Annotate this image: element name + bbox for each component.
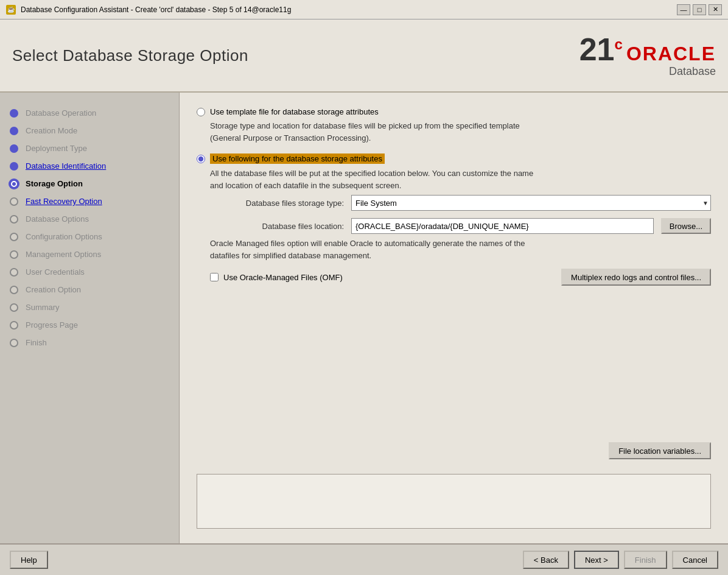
sidebar-dot-deployment-type [10,144,18,153]
sidebar-item-progress-page: Progress Page [0,317,179,333]
sidebar-dot-summary [10,303,18,312]
footer-left: Help [10,551,48,569]
sidebar-item-database-identification[interactable]: Database Identification [0,158,179,174]
footer-right: < Back Next > Finish Cancel [523,551,718,569]
close-button[interactable]: ✕ [709,4,722,15]
radio-template-input[interactable] [197,108,205,116]
sidebar-item-database-options: Database Options [0,211,179,227]
location-input[interactable]: {ORACLE_BASE}/oradata/{DB_UNIQUE_NAME} [351,218,654,234]
app-icon: ☕ [6,5,16,15]
sidebar-dot-finish [10,339,18,347]
sidebar-dot-inner-storage-option [12,182,16,186]
sidebar-item-creation-option: Creation Option [0,281,179,298]
sidebar-dot-database-identification [10,162,18,171]
minimize-button[interactable]: — [677,4,690,15]
sidebar-item-summary: Summary [0,299,179,316]
location-label: Database files location: [210,222,344,231]
sidebar-item-creation-mode: Creation Mode [0,122,179,139]
storage-type-label: Database files storage type: [210,199,344,208]
sidebar-label-deployment-type: Deployment Type [26,144,87,153]
title-bar-left: ☕ Database Configuration Assistant - Cre… [6,5,291,15]
sidebar-dot-database-options [10,215,18,224]
title-bar: ☕ Database Configuration Assistant - Cre… [0,0,728,19]
sidebar-label-configuration-options: Configuration Options [26,232,102,241]
back-button[interactable]: < Back [523,551,569,569]
title-bar-title: Database Configuration Assistant - Creat… [21,5,291,14]
footer: Help < Back Next > Finish Cancel [0,543,728,575]
storage-type-select-wrapper: File System ASM Oracle Managed Files ▼ [351,195,711,211]
multiplex-button[interactable]: Multiplex redo logs and control files... [561,269,711,286]
sidebar-label-database-identification: Database Identification [26,161,106,171]
sidebar-dot-storage-option [10,180,18,188]
finish-button[interactable]: Finish [624,551,667,569]
oracle-product-name: Database [669,65,716,78]
sidebar-item-configuration-options: Configuration Options [0,228,179,245]
page-title: Select Database Storage Option [12,46,248,65]
sidebar-dot-configuration-options [10,233,18,241]
sidebar-label-summary: Summary [26,303,60,312]
sidebar-label-database-operation: Database Operation [26,108,96,118]
omf-checkbox-text: Use Oracle-Managed Files (OMF) [223,273,343,282]
sidebar-label-storage-option: Storage Option [26,179,83,188]
radio-option-template: Use template file for database storage a… [197,107,711,144]
storage-type-row: Database files storage type: File System… [210,195,711,211]
omf-section: Oracle Managed files option will enable … [210,238,711,286]
cancel-button[interactable]: Cancel [672,551,718,569]
variables-row: File location variables... [197,442,711,459]
oracle-logo-top: 21c ORACLE [579,34,716,65]
sidebar-label-progress-page: Progress Page [26,320,78,330]
sidebar-label-user-credentials: User Credentials [26,267,85,277]
main-panel: Use template file for database storage a… [180,93,728,543]
sidebar: Database Operation Creation Mode Deploym… [0,93,180,543]
omf-checkbox-label[interactable]: Use Oracle-Managed Files (OMF) [210,273,343,282]
sidebar-dot-creation-mode [10,127,18,135]
radio-option-following: Use following for the database storage a… [197,153,711,286]
sidebar-label-creation-option: Creation Option [26,285,81,294]
maximize-button[interactable]: □ [693,4,706,15]
radio-following-label[interactable]: Use following for the database storage a… [197,153,711,164]
content-area: Database Operation Creation Mode Deploym… [0,93,728,543]
sidebar-dot-creation-option [10,286,18,294]
browse-button[interactable]: Browse... [661,218,711,234]
oracle-version-number: 21c [579,34,623,65]
radio-following-text: Use following for the database storage a… [210,153,385,164]
omf-description: Oracle Managed files option will enable … [210,238,711,261]
help-button[interactable]: Help [10,551,48,569]
oracle-version-super: c [615,35,623,52]
sidebar-item-management-options: Management Options [0,246,179,263]
sidebar-item-deployment-type: Deployment Type [0,140,179,157]
omf-row: Use Oracle-Managed Files (OMF) Multiplex… [210,269,711,286]
radio-following-input[interactable] [197,155,205,163]
sidebar-dot-user-credentials [10,268,18,277]
sidebar-dot-database-operation [10,109,18,118]
header: Select Database Storage Option 21c ORACL… [0,19,728,93]
radio-template-description: Storage type and location for database f… [210,120,711,144]
radio-following-description: All the database files will be put at th… [210,168,711,191]
spacer [197,295,711,428]
radio-template-label[interactable]: Use template file for database storage a… [197,107,711,116]
file-location-variables-button[interactable]: File location variables... [609,442,711,459]
sidebar-dot-progress-page [10,321,18,330]
oracle-brand-name: ORACLE [626,43,716,65]
sidebar-item-fast-recovery-option[interactable]: Fast Recovery Option [0,193,179,210]
info-box [197,474,711,529]
sidebar-item-storage-option: Storage Option [0,175,179,192]
sidebar-label-database-options: Database Options [26,214,89,224]
sidebar-dot-fast-recovery-option [10,197,18,206]
radio-template-text: Use template file for database storage a… [210,107,379,116]
form-section: Database files storage type: File System… [210,195,711,234]
sidebar-item-user-credentials: User Credentials [0,264,179,280]
omf-checkbox[interactable] [210,273,219,281]
title-bar-controls: — □ ✕ [677,4,722,15]
sidebar-label-finish: Finish [26,338,47,347]
sidebar-label-creation-mode: Creation Mode [26,126,77,135]
sidebar-item-database-operation: Database Operation [0,105,179,121]
next-button[interactable]: Next > [574,551,619,569]
location-row: Database files location: {ORACLE_BASE}/o… [210,218,711,234]
sidebar-label-management-options: Management Options [26,250,101,259]
sidebar-label-fast-recovery-option: Fast Recovery Option [26,197,102,206]
oracle-logo: 21c ORACLE Database [579,34,716,78]
storage-type-select[interactable]: File System ASM Oracle Managed Files [351,195,711,211]
main-window: Select Database Storage Option 21c ORACL… [0,19,728,575]
sidebar-item-finish: Finish [0,334,179,351]
